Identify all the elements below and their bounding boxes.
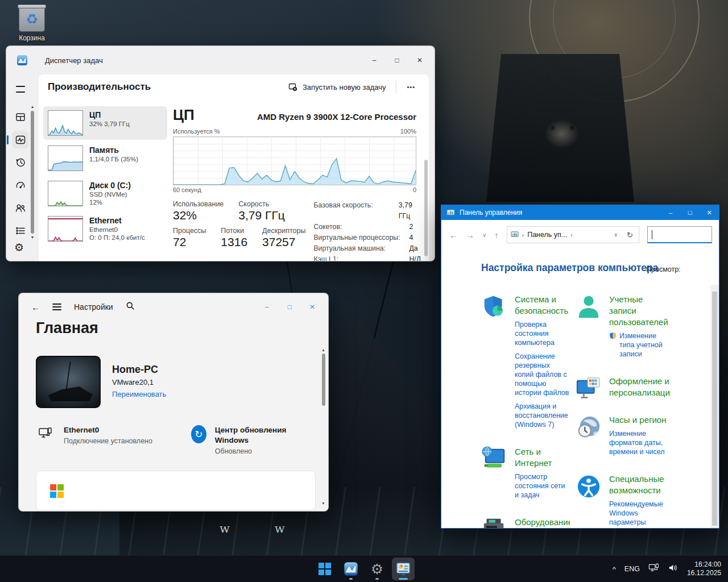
settings-window: ← Настройки – □ ✕ Главная Home-PC VMware… [18, 293, 329, 512]
window-title: Панель управления [460, 209, 522, 217]
windows-update-status-item[interactable]: ↻ Центр обновления Windows Обновлено [191, 425, 305, 455]
settings-titlebar[interactable]: ← Настройки – □ ✕ [19, 293, 328, 321]
recycle-bin-shortcut[interactable]: ♻ Корзина [8, 5, 56, 42]
desktop: w w ♻ Корзина Диспетчер задач – □ ✕ [0, 0, 728, 582]
maximize-button[interactable]: □ [278, 298, 301, 316]
hamburger-icon[interactable] [52, 306, 61, 307]
category-title[interactable]: Система и безопасность [515, 294, 570, 317]
category-title[interactable]: Оформление и персонализация [609, 376, 671, 398]
category-link[interactable]: Изменение форматов даты, времени и чисел [609, 429, 671, 456]
control-panel-titlebar[interactable]: Панель управления – □ ✕ [441, 205, 719, 220]
sidebar-item-sub: Ethernet0 [89, 226, 145, 234]
scrollbar-thumb[interactable] [322, 354, 325, 406]
scrollbar[interactable] [710, 285, 719, 528]
network-ethernet-icon[interactable] [648, 563, 659, 575]
forward-icon[interactable]: → [466, 230, 474, 240]
close-button[interactable]: ✕ [700, 205, 719, 220]
page-title: Главная [36, 319, 98, 337]
address-dropdown-icon[interactable]: ∨ [611, 232, 622, 238]
view-by-label[interactable]: Просмотр: [646, 265, 681, 273]
stat-threads: Потоки 1316 [221, 227, 247, 249]
scroll-up-icon[interactable]: ▲ [321, 348, 325, 352]
nav-users[interactable] [12, 199, 29, 217]
start-button[interactable] [313, 558, 336, 580]
category-link[interactable]: Архивация и восстановление (Windows 7) [515, 402, 570, 429]
sidebar-item-title: ЦП [89, 110, 130, 120]
sidebar-item-sub: О: 0 П: 24,0 кбит/с [89, 234, 145, 242]
task-manager-titlebar[interactable]: Диспетчер задач – □ ✕ [6, 46, 435, 74]
taskbar-settings[interactable]: ⚙ [366, 558, 388, 580]
sidebar-item-disk[interactable]: Диск 0 (C:) SSD (NVMe) 12% [43, 177, 167, 210]
control-panel-window: Панель управления – □ ✕ ← → ∨ ↑ › Панель… [441, 205, 719, 529]
category-title[interactable]: Специальные возможности [609, 473, 671, 496]
microsoft-promo-card[interactable] [36, 471, 316, 510]
sidebar-item-sub: 12% [89, 198, 131, 206]
nav-processes[interactable] [12, 109, 29, 126]
category-title[interactable]: Учетные записи пользователей [609, 294, 671, 328]
clock[interactable]: 16:24:00 16.12.2025 [687, 560, 721, 577]
rename-link[interactable]: Переименовать [112, 390, 166, 398]
chevron-right-icon[interactable]: › [570, 232, 572, 238]
category-link[interactable]: Проверка состояния компьютера [515, 320, 570, 347]
nav-scrollbar[interactable]: ▲ ▼ [30, 104, 35, 251]
breadcrumb[interactable]: Панель уп... [527, 231, 567, 239]
nav-startup-apps[interactable] [12, 177, 29, 194]
more-options-button[interactable]: ••• [401, 80, 421, 94]
settings-gear-icon[interactable]: ⚙ [14, 241, 24, 254]
minimize-button[interactable]: – [363, 51, 386, 69]
nav-performance[interactable] [12, 131, 29, 148]
category-title[interactable]: Сеть и Интернет [515, 446, 570, 469]
up-icon[interactable]: ↑ [494, 230, 499, 240]
network-globe-icon [481, 446, 507, 472]
window-title: Диспетчер задач [45, 56, 103, 65]
category-link[interactable]: Рекомендуемые Windows параметры [609, 500, 671, 527]
taskbar-control-panel[interactable] [392, 558, 415, 580]
address-bar[interactable]: › Панель уп... › ∨ ↻ [507, 226, 639, 243]
scroll-down-icon[interactable]: ▼ [321, 501, 325, 505]
category-title[interactable]: Часы и регион [609, 414, 671, 426]
maximize-button[interactable]: □ [680, 205, 700, 220]
scroll-down-icon[interactable]: ▼ [30, 235, 35, 240]
language-indicator[interactable]: ENG [624, 565, 640, 573]
task-manager-app-icon [16, 55, 28, 66]
search-input[interactable] [647, 226, 712, 243]
refresh-icon[interactable]: ↻ [624, 231, 635, 239]
device-model: VMware20,1 [112, 378, 166, 386]
volume-icon[interactable] [668, 563, 679, 575]
content-scrollbar[interactable] [424, 160, 428, 256]
category-link-uac[interactable]: Изменение типа учетной записи [609, 331, 671, 359]
search-icon[interactable] [126, 301, 135, 313]
recent-locations-icon[interactable]: ∨ [482, 232, 486, 238]
close-button[interactable]: ✕ [408, 51, 431, 69]
control-panel-small-icon [511, 231, 519, 239]
nav-details[interactable] [12, 222, 29, 239]
control-panel-app-icon [446, 209, 455, 217]
back-icon[interactable]: ← [449, 230, 458, 240]
scrollbar-thumb[interactable] [31, 111, 34, 234]
category-link[interactable]: Просмотр состояния сети и задач [515, 472, 570, 500]
minimize-button[interactable]: – [255, 298, 278, 316]
taskbar-task-manager[interactable] [340, 558, 362, 580]
gauge-icon [15, 180, 26, 191]
device-wallpaper-thumbnail [36, 356, 101, 408]
sidebar-item-ethernet[interactable]: Ethernet Ethernet0 О: 0 П: 24,0 кбит/с [43, 212, 167, 246]
clock-globe-icon [576, 414, 602, 440]
network-status-item[interactable]: Ethernet0 Подключение установлено [38, 425, 152, 455]
scrollbar-thumb[interactable] [712, 292, 717, 526]
back-icon[interactable]: ← [31, 302, 40, 312]
sidebar-item-cpu[interactable]: ЦП 32% 3,79 ГГц [43, 106, 167, 140]
uac-shield-icon [609, 332, 617, 339]
sidebar-item-memory[interactable]: Память 1,1/4,0 ГБ (35%) [43, 142, 167, 175]
scroll-up-icon[interactable]: ▲ [30, 104, 35, 110]
minimize-button[interactable]: – [661, 205, 680, 220]
close-button[interactable]: ✕ [301, 298, 324, 316]
wallpaper-watermark: w w [220, 522, 305, 535]
tray-overflow-chevron-icon[interactable]: ^ [613, 565, 616, 573]
page-title: Производительность [48, 81, 151, 93]
sidebar-item-title: Память [89, 146, 138, 155]
maximize-button[interactable]: □ [386, 51, 408, 69]
category-link[interactable]: Сохранение резервных копий файлов с помо… [515, 352, 570, 397]
run-new-task-button[interactable]: Запустить новую задачу [283, 79, 391, 95]
nav-app-history[interactable] [12, 154, 29, 171]
category-title[interactable]: Оборудование и звук [515, 517, 570, 529]
